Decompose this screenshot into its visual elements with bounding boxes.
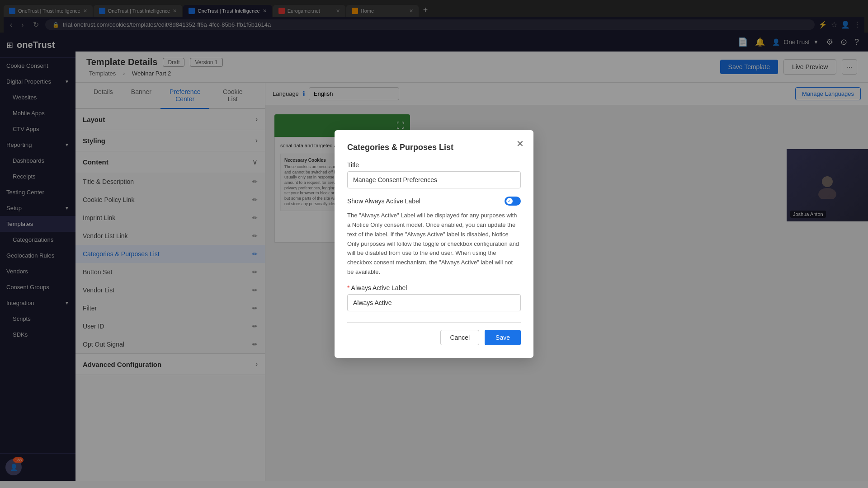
modal-title-field-label: Title [347,161,521,169]
always-active-label-input[interactable] [347,294,521,311]
show-always-active-row: Show Always Active Label [347,197,521,206]
categories-purposes-modal: Categories & Purposes List ✕ Title Show … [335,130,533,358]
modal-cancel-button[interactable]: Cancel [440,330,479,345]
show-always-active-toggle[interactable] [505,197,521,206]
modal-title: Categories & Purposes List [347,143,521,152]
modal-title-field-group: Title [347,161,521,188]
modal-footer: Cancel Save [347,322,521,345]
always-active-field-group: Always Active Label [347,284,521,311]
show-always-active-label: Show Always Active Label [347,197,420,205]
modal-close-button[interactable]: ✕ [514,137,526,150]
modal-save-button[interactable]: Save [485,330,521,345]
modal-overlay[interactable]: Categories & Purposes List ✕ Title Show … [0,0,868,481]
modal-title-input[interactable] [347,171,521,188]
always-active-field-label: Always Active Label [347,284,521,291]
modal-description-text: The "Always Active" Label will be displa… [347,211,521,277]
